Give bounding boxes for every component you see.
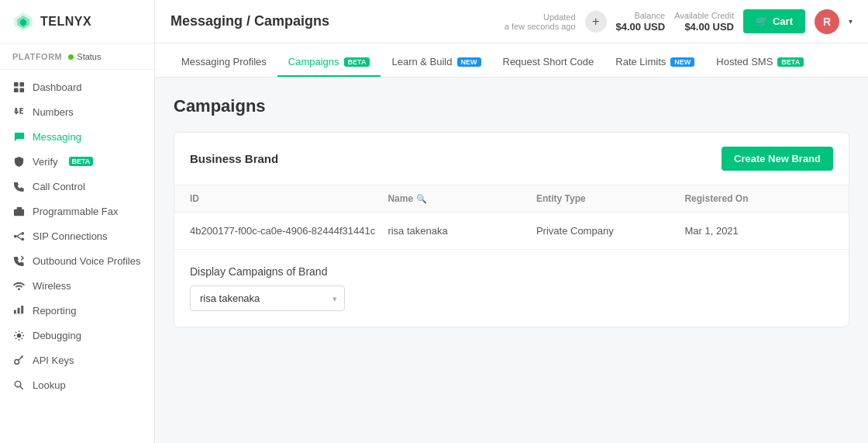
td-entity-type: Private Company: [536, 225, 685, 237]
lookup-icon: [12, 379, 25, 391]
th-name: Name 🔍: [388, 193, 536, 204]
svg-point-19: [14, 359, 19, 364]
sidebar-item-wireless[interactable]: Wireless: [0, 273, 154, 298]
sidebar-item-call-control[interactable]: Call Control: [0, 174, 154, 199]
sidebar-item-messaging[interactable]: Messaging: [0, 124, 154, 149]
avatar[interactable]: R: [815, 9, 839, 34]
sidebar-item-lookup[interactable]: Lookup: [0, 372, 154, 397]
credit-amount: $4.00 USD: [684, 21, 734, 33]
sidebar-item-label: Messaging: [33, 131, 81, 143]
tab-campaigns[interactable]: Campaigns BETA: [277, 48, 381, 77]
create-new-brand-button[interactable]: Create New Brand: [722, 147, 833, 171]
api-icon: [12, 354, 25, 366]
tab-bar: Messaging Profiles Campaigns BETA Learn …: [155, 43, 868, 78]
call-control-icon: [12, 180, 25, 192]
brand-select-wrapper: risa takenaka ▾: [190, 286, 345, 311]
tab-label: Messaging Profiles: [181, 56, 267, 67]
svg-rect-6: [19, 88, 24, 92]
credit-info: Available Credit $4.00 USD: [674, 11, 734, 33]
platform-status-bar: PLATFORM Status: [0, 44, 154, 70]
updated-label: Updated: [505, 12, 576, 22]
sidebar-item-debugging[interactable]: Debugging: [0, 323, 154, 348]
wireless-icon: [12, 279, 25, 292]
sidebar-item-api-keys[interactable]: API Keys: [0, 348, 154, 372]
name-search-icon[interactable]: 🔍: [416, 194, 427, 204]
updated-info: Updated a few seconds ago: [505, 12, 576, 31]
th-entity-type: Entity Type: [536, 193, 685, 204]
messaging-icon: [12, 130, 25, 143]
top-header: Messaging / Campaigns Updated a few seco…: [155, 0, 868, 43]
tab-rate-limits[interactable]: Rate Limits NEW: [604, 48, 705, 77]
page-title: Messaging / Campaigns: [170, 13, 329, 29]
svg-point-18: [16, 333, 21, 337]
debugging-icon: [12, 329, 25, 341]
numbers-icon: [12, 106, 25, 118]
display-campaigns-section: Display Campaigns of Brand risa takenaka…: [174, 250, 849, 327]
balance-info: Balance $4.00 USD: [616, 11, 666, 33]
fax-icon: [12, 205, 25, 217]
credit-label: Available Credit: [674, 11, 734, 20]
td-registered-on: Mar 1, 2021: [684, 225, 833, 237]
svg-point-11: [21, 231, 24, 234]
display-campaigns-label: Display Campaigns of Brand: [190, 265, 833, 278]
tab-label: Hosted SMS: [716, 56, 773, 67]
avatar-chevron-icon[interactable]: ▾: [849, 17, 852, 26]
sidebar-item-label: Wireless: [33, 280, 71, 292]
svg-rect-16: [17, 307, 19, 313]
sip-icon: [12, 230, 25, 242]
tab-messaging-profiles[interactable]: Messaging Profiles: [170, 48, 277, 77]
rate-limits-badge: NEW: [670, 57, 694, 67]
reporting-icon: [12, 304, 25, 317]
svg-rect-8: [16, 206, 22, 209]
svg-line-14: [16, 236, 21, 239]
tab-label: Request Short Code: [503, 56, 594, 67]
sidebar-item-label: Lookup: [33, 379, 66, 391]
svg-point-10: [13, 234, 16, 237]
breadcrumb-area: Messaging / Campaigns: [170, 13, 492, 29]
tab-request-short-code[interactable]: Request Short Code: [492, 48, 605, 77]
status-indicator: Status: [68, 52, 101, 61]
svg-rect-15: [13, 310, 16, 313]
th-id-label: ID: [190, 193, 199, 204]
balance-label: Balance: [616, 11, 666, 20]
svg-rect-4: [19, 81, 24, 86]
sidebar-item-verify[interactable]: Verify BETA: [0, 149, 154, 174]
th-registered-on: Registered On: [684, 193, 833, 204]
tab-label: Rate Limits: [615, 56, 666, 67]
cart-label: Cart: [773, 16, 793, 27]
sidebar-item-numbers[interactable]: Numbers: [0, 99, 154, 124]
svg-line-13: [16, 233, 21, 236]
sidebar-item-label: Numbers: [33, 106, 74, 118]
tab-hosted-sms[interactable]: Hosted SMS BETA: [705, 48, 815, 77]
svg-rect-7: [13, 209, 23, 215]
status-dot: [68, 54, 74, 60]
sidebar-item-reporting[interactable]: Reporting: [0, 298, 154, 323]
avatar-letter: R: [823, 16, 831, 28]
sidebar-item-label: API Keys: [33, 355, 74, 366]
th-registered-on-label: Registered On: [684, 193, 748, 204]
telnyx-logo-icon: [12, 11, 34, 33]
sidebar-navigation: Dashboard Numbers Messaging: [0, 70, 154, 443]
brand-select[interactable]: risa takenaka: [190, 286, 345, 311]
business-brand-card: Business Brand Create New Brand ID Name …: [174, 132, 849, 327]
cart-button[interactable]: 🛒 Cart: [743, 9, 805, 33]
tab-learn-build[interactable]: Learn & Build NEW: [381, 48, 491, 77]
dashboard-icon: [12, 81, 25, 93]
main-area: Messaging / Campaigns Updated a few seco…: [155, 0, 868, 443]
sidebar-item-label: Call Control: [33, 181, 85, 192]
add-button[interactable]: +: [585, 11, 607, 33]
table-row: 4b200177-f00c-ca0e-4906-82444f31441c ris…: [174, 213, 849, 250]
sidebar-item-dashboard[interactable]: Dashboard: [0, 74, 154, 99]
sidebar-item-outbound-voice[interactable]: Outbound Voice Profiles: [0, 248, 154, 273]
tab-label: Campaigns: [288, 56, 339, 67]
card-title: Business Brand: [190, 152, 278, 165]
sidebar-item-sip-connections[interactable]: SIP Connections: [0, 223, 154, 248]
tab-label: Learn & Build: [391, 56, 452, 67]
sidebar-item-programmable-fax[interactable]: Programmable Fax: [0, 199, 154, 223]
updated-time: a few seconds ago: [505, 22, 576, 31]
logo-area: TELNYX: [0, 0, 154, 44]
sidebar-item-label: Verify: [33, 156, 58, 168]
learn-build-badge: NEW: [457, 57, 481, 67]
hosted-sms-badge: BETA: [777, 57, 804, 67]
svg-point-20: [15, 381, 21, 387]
